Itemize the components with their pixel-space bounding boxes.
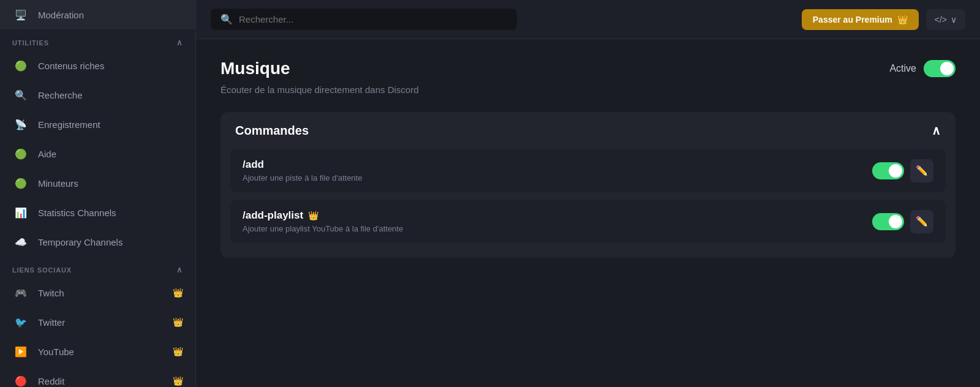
temporary-channels-icon: ☁️ (12, 233, 29, 250)
edit-icon: ✏️ (916, 165, 928, 176)
statistics-channels-icon: 📊 (12, 204, 29, 221)
module-toggle[interactable] (924, 60, 956, 77)
contenus-riches-icon: 🟢 (12, 57, 29, 74)
minuteurs-icon: 🟢 (12, 175, 29, 192)
sidebar-item-minuteurs[interactable]: 🟢 Minuteurs (0, 168, 195, 198)
reddit-crown-icon: 👑 (173, 376, 183, 386)
sidebar-item-label: Contenus riches (38, 61, 104, 71)
sidebar-item-enregistrement[interactable]: 📡 Enregistrement (0, 110, 195, 139)
sociaux-label: LIENS SOCIAUX (12, 266, 72, 274)
sidebar-item-label: Aide (38, 149, 56, 159)
search-wrapper[interactable]: 🔍 (211, 9, 517, 30)
utilities-label: UTILITIES (12, 39, 49, 47)
twitch-crown-icon: 👑 (173, 288, 183, 298)
module-toggle-wrapper: Active (889, 60, 956, 77)
command-info-add-playlist: /add-playlist 👑 Ajouter une playlist You… (243, 209, 403, 233)
command-name-add: /add (243, 159, 362, 171)
youtube-crown-icon: 👑 (173, 347, 183, 356)
premium-button[interactable]: Passer au Premium 👑 (802, 9, 919, 30)
command-toggle-add[interactable] (872, 162, 904, 179)
search-icon: 🔍 (221, 13, 233, 25)
topbar-chevron-icon: ∨ (951, 15, 957, 24)
commands-rows-wrapper: /add Ajouter une piste à la file d'atten… (221, 149, 956, 258)
twitter-icon: 🐦 (12, 314, 29, 331)
sidebar-item-label: Twitter (38, 317, 65, 328)
sidebar-item-reddit[interactable]: 🔴 Reddit 👑 (0, 366, 195, 387)
utilities-section-header: UTILITIES ∧ (0, 29, 195, 51)
command-row-add: /add Ajouter une piste à la file d'atten… (230, 149, 946, 192)
command-actions-add-playlist: ✏️ (872, 210, 933, 233)
search-input[interactable] (239, 14, 507, 24)
youtube-icon: ▶️ (12, 343, 29, 360)
sidebar-item-recherche[interactable]: 🔍 Recherche (0, 80, 195, 110)
command-desc-add-playlist: Ajouter une playlist YouTube à la file d… (243, 224, 403, 233)
edit-icon-playlist: ✏️ (916, 216, 928, 227)
sidebar-item-twitch[interactable]: 🎮 Twitch 👑 (0, 278, 195, 307)
utilities-chevron-icon: ∧ (176, 38, 183, 47)
module-header: Musique Active (221, 59, 956, 78)
commands-chevron-icon: ∧ (932, 123, 941, 138)
code-button[interactable]: </> ∨ (926, 9, 965, 30)
sidebar-item-label: Reddit (38, 376, 64, 386)
module-description: Écouter de la musique directement dans D… (221, 85, 956, 95)
moderation-icon: 🖥️ (12, 6, 29, 23)
command-edit-button-add[interactable]: ✏️ (910, 159, 933, 182)
sidebar-item-aide[interactable]: 🟢 Aide (0, 139, 195, 168)
commands-header[interactable]: Commandes ∧ (221, 112, 956, 149)
content-area: Musique Active Écouter de la musique dir… (196, 39, 980, 387)
sidebar: 🖥️ Modération UTILITIES ∧ 🟢 Contenus ric… (0, 0, 196, 387)
sidebar-item-label: Modération (38, 10, 84, 20)
command-desc-add: Ajouter une piste à la file d'attente (243, 173, 362, 182)
premium-label: Passer au Premium (813, 15, 892, 24)
enregistrement-icon: 📡 (12, 116, 29, 133)
module-title: Musique (221, 59, 290, 78)
topbar: 🔍 Passer au Premium 👑 </> ∨ (196, 0, 980, 39)
command-info-add: /add Ajouter une piste à la file d'atten… (243, 159, 362, 182)
sidebar-item-label: YouTube (38, 347, 74, 357)
twitch-icon: 🎮 (12, 284, 29, 301)
command-name-add-playlist: /add-playlist 👑 (243, 209, 403, 222)
sidebar-item-label: Temporary Channels (38, 237, 123, 247)
sidebar-item-moderation[interactable]: 🖥️ Modération (0, 0, 195, 29)
command-actions-add: ✏️ (872, 159, 933, 182)
commands-section: Commandes ∧ /add Ajouter une piste à la … (221, 112, 956, 258)
main-content: 🔍 Passer au Premium 👑 </> ∨ Musique Acti… (196, 0, 980, 387)
sidebar-item-label: Recherche (38, 90, 83, 100)
sociaux-section-header: LIENS SOCIAUX ∧ (0, 257, 195, 278)
twitter-crown-icon: 👑 (173, 317, 183, 327)
sidebar-item-label: Twitch (38, 288, 64, 298)
sidebar-item-temporary-channels[interactable]: ☁️ Temporary Channels (0, 227, 195, 257)
sidebar-item-youtube[interactable]: ▶️ YouTube 👑 (0, 337, 195, 366)
sidebar-item-statistics-channels[interactable]: 📊 Statistics Channels (0, 198, 195, 227)
recherche-icon: 🔍 (12, 86, 29, 103)
command-row-add-playlist: /add-playlist 👑 Ajouter une playlist You… (230, 200, 946, 243)
premium-crown-icon: 👑 (897, 15, 908, 24)
command-toggle-add-playlist[interactable] (872, 213, 904, 230)
code-label: </> (935, 15, 947, 24)
command-name-text: /add (243, 159, 264, 171)
aide-icon: 🟢 (12, 145, 29, 162)
commands-title: Commandes (235, 124, 309, 138)
reddit-icon: 🔴 (12, 372, 29, 387)
sidebar-item-twitter[interactable]: 🐦 Twitter 👑 (0, 307, 195, 337)
sidebar-item-label: Minuteurs (38, 178, 78, 189)
topbar-right: Passer au Premium 👑 </> ∨ (802, 9, 965, 30)
command-edit-button-add-playlist[interactable]: ✏️ (910, 210, 933, 233)
active-label: Active (889, 63, 916, 74)
sidebar-item-contenus-riches[interactable]: 🟢 Contenus riches (0, 51, 195, 80)
sidebar-item-label: Statistics Channels (38, 208, 116, 218)
add-playlist-crown-icon: 👑 (308, 211, 318, 220)
command-name-text: /add-playlist (243, 209, 303, 222)
sidebar-item-label: Enregistrement (38, 119, 100, 130)
sociaux-chevron-icon: ∧ (176, 265, 183, 274)
